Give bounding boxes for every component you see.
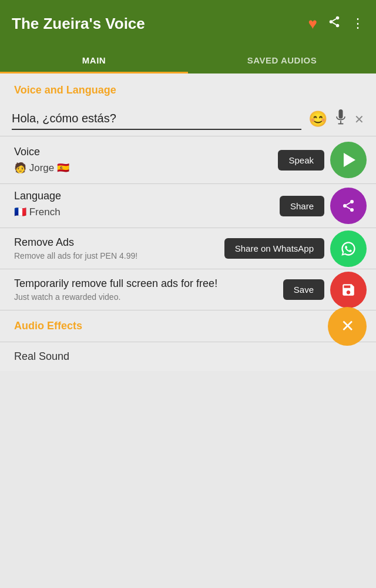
share-button[interactable]: Share (280, 196, 324, 216)
tab-saved-audios[interactable]: SAVED AUDIOS (188, 47, 376, 74)
language-label: Language (14, 190, 282, 202)
app-header: The Zueira's Voice ♥ ⋮ (0, 0, 376, 47)
save-action: Save (283, 272, 367, 308)
speak-action: Speak (278, 142, 367, 178)
text-input-area: 😊 ✕ (0, 102, 376, 136)
svg-point-1 (330, 20, 333, 24)
audio-effects-section: Audio Effects (0, 310, 376, 342)
whatsapp-tooltip-btn[interactable]: Share on WhatsApp (224, 238, 324, 259)
svg-point-2 (336, 24, 340, 27)
svg-point-10 (350, 208, 354, 212)
play-triangle-icon (344, 153, 355, 167)
clear-icon[interactable]: ✕ (354, 112, 364, 126)
language-section-wrapper: Language 🇫🇷 French Share (0, 184, 376, 228)
bottom-stub-title: Real Sound (14, 350, 362, 363)
remove-ads-wrapper: Remove Ads Remove all ads for just PEN 4… (0, 228, 376, 269)
bottom-stub: Real Sound (0, 342, 376, 371)
text-input[interactable] (12, 108, 301, 130)
more-icon[interactable]: ⋮ (351, 16, 364, 31)
whatsapp-icon (340, 240, 357, 257)
svg-line-4 (333, 19, 336, 21)
save-button[interactable]: Save (283, 279, 324, 300)
free-ads-wrapper: Temporarily remove full screen ads for f… (0, 269, 376, 310)
svg-rect-5 (339, 109, 343, 119)
language-value: 🇫🇷 French (14, 206, 282, 218)
play-fab[interactable] (330, 142, 367, 178)
main-content: Voice and Language 😊 ✕ Voice 🧑 Jorge 🇪🇸 … (0, 74, 376, 371)
close-fab-wrapper: ✕ (328, 307, 367, 346)
tab-bar: MAIN SAVED AUDIOS (0, 47, 376, 74)
close-fab[interactable]: ✕ (328, 307, 367, 346)
audio-effects-label: Audio Effects (14, 320, 362, 332)
svg-line-3 (333, 22, 336, 25)
save-icon (341, 282, 356, 298)
svg-point-9 (343, 204, 347, 208)
share-action: Share (280, 188, 367, 224)
header-actions: ♥ ⋮ (308, 15, 364, 33)
free-ads-subtitle: Just watch a rewarded video. (14, 292, 282, 302)
share-icon[interactable] (328, 15, 341, 32)
tab-main[interactable]: MAIN (0, 47, 188, 74)
share-fab[interactable] (330, 188, 367, 224)
svg-line-12 (347, 203, 351, 205)
svg-point-0 (336, 16, 340, 19)
close-icon: ✕ (341, 316, 354, 336)
voice-section-wrapper: Voice 🧑 Jorge 🇪🇸 Speak (0, 136, 376, 183)
svg-line-11 (347, 207, 351, 209)
free-ads-title: Temporarily remove full screen ads for f… (14, 278, 282, 290)
whatsapp-fab[interactable] (330, 230, 367, 267)
share-fab-icon (341, 199, 355, 213)
speak-button[interactable]: Speak (278, 150, 324, 171)
save-fab[interactable] (330, 272, 367, 308)
heart-icon[interactable]: ♥ (308, 15, 317, 33)
voice-language-heading: Voice and Language (0, 74, 376, 102)
app-title: The Zueira's Voice (12, 15, 145, 33)
whatsapp-action: Share on WhatsApp (224, 230, 367, 267)
svg-point-8 (350, 200, 354, 203)
emoji-icon[interactable]: 😊 (308, 110, 327, 128)
audio-effects-wrapper: Audio Effects ✕ (0, 310, 376, 342)
microphone-icon[interactable] (334, 109, 347, 129)
